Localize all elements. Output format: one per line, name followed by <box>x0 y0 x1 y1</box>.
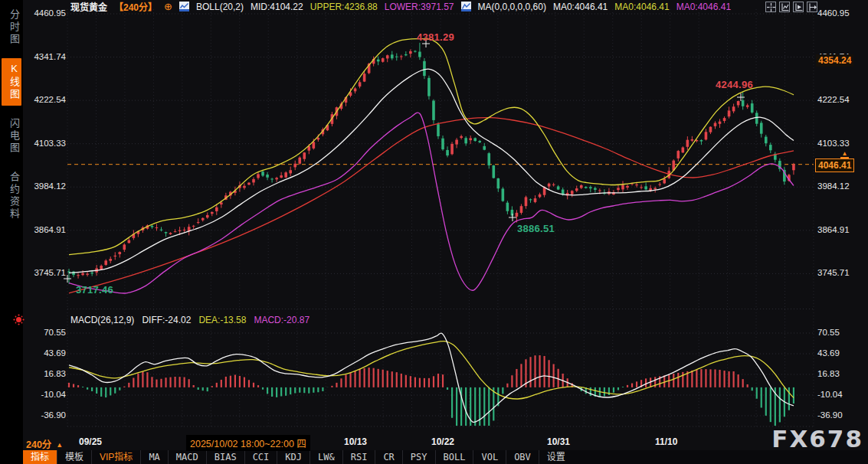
ma-label: MA(0,0,0,0,0,60) <box>478 2 546 12</box>
date-label: 11/10 <box>655 436 677 447</box>
axis-label: -10.04 <box>817 390 866 399</box>
zoom-axis-icon[interactable] <box>779 2 790 12</box>
chart-canvas[interactable] <box>0 0 868 464</box>
axis-label: -36.90 <box>23 410 66 420</box>
sidebar-item[interactable]: K线图 <box>2 58 21 106</box>
period-arrow-icon: ▲ <box>56 441 63 449</box>
low-price-annotation: 3886.51 <box>517 223 555 234</box>
date-label: 10/22 <box>431 436 454 447</box>
axis-label: 4103.33 <box>23 139 66 148</box>
crosshair-icon[interactable] <box>765 2 776 12</box>
symbol-title: 现货黄金 <box>70 0 107 13</box>
ma0-value-1: MA0:4046.41 <box>553 2 608 12</box>
toolbar-item-lw[interactable]: LW& <box>310 450 342 464</box>
ma0-value-3: MA0:4046.41 <box>676 2 731 12</box>
axis-label: 16.83 <box>817 369 866 378</box>
axis-label: 70.55 <box>817 328 866 337</box>
sidebar-item[interactable]: 分时图 <box>2 5 21 51</box>
toolbar-item-模板[interactable]: 模板 <box>57 450 91 464</box>
boll-upper-value: UPPER:4236.88 <box>310 2 378 12</box>
sidebar-item[interactable]: 合约资料 <box>2 167 21 225</box>
axis-label: 70.55 <box>23 328 66 337</box>
boll-mid-value: MID:4104.22 <box>251 2 303 12</box>
trading-app-window: 分时图K线图闪电图合约资料 现货黄金 【240分】 ⊕ BOLL(20,2) M… <box>0 0 868 464</box>
high-price-annotation: 4381.29 <box>417 31 454 43</box>
current-price-badge: 4046.41 <box>815 158 854 172</box>
macd-dea-value: DEA:-13.58 <box>198 315 246 325</box>
axis-label: 3864.91 <box>817 225 866 234</box>
period-selector[interactable]: 240分▲ <box>26 436 63 451</box>
macd-label: MACD(26,12,9) <box>70 315 134 325</box>
axis-label: 16.83 <box>23 369 66 378</box>
macd-diff-value: DIFF:-24.02 <box>142 315 191 325</box>
period-label: 【240分】 <box>114 0 157 13</box>
axis-label: 3864.91 <box>23 225 66 234</box>
toolbar-item-boll[interactable]: BOLL <box>435 450 473 464</box>
indicator-topbar: 现货黄金 【240分】 ⊕ BOLL(20,2) MID:4104.22 UPP… <box>70 1 731 12</box>
axis-label: 3984.12 <box>23 181 66 191</box>
date-label: 09/25 <box>79 436 102 447</box>
toolbar-item-macd[interactable]: MACD <box>168 450 206 464</box>
high-price-annotation: 4244.96 <box>716 79 753 90</box>
axis-label: 4460.95 <box>817 8 866 18</box>
axis-label: 4222.54 <box>817 95 866 104</box>
boll-thumbnail-icon <box>179 2 189 11</box>
toolbar-item-cci[interactable]: CCI <box>244 450 277 464</box>
chart-control-buttons <box>765 2 817 12</box>
date-label: 10/31 <box>547 436 570 447</box>
toolbar-item-obv[interactable]: OBV <box>506 450 539 464</box>
add-favorite-icon[interactable]: ⊕ <box>164 2 172 11</box>
axis-label: 43.69 <box>23 348 66 358</box>
ma-thumbnail-icon <box>461 2 471 11</box>
toolbar-item-rsi[interactable]: RSI <box>342 450 375 464</box>
play-axis-icon[interactable] <box>793 2 804 12</box>
macd-macd-value: MACD:-20.87 <box>254 315 310 325</box>
date-label: 10/13 <box>344 436 367 447</box>
toolbar-item-bias[interactable]: BIAS <box>206 450 244 464</box>
alert-price-badge: 4354.24 <box>816 54 853 67</box>
boll-lower-value: LOWER:3971.57 <box>385 2 454 12</box>
axis-label: -36.90 <box>817 410 866 420</box>
axis-label: 3745.71 <box>817 268 866 277</box>
macd-header: MACD(26,12,9) DIFF:-24.02 DEA:-13.58 MAC… <box>70 315 310 325</box>
axis-label: 4460.95 <box>23 8 66 18</box>
ma0-value-2: MA0:4046.41 <box>614 2 669 12</box>
toolbar-item-vol[interactable]: VOL <box>473 450 506 464</box>
axis-label: -10.04 <box>23 390 66 399</box>
axis-label: 43.69 <box>817 348 866 358</box>
axis-label: 4103.33 <box>817 139 866 148</box>
price-alert-icon[interactable]: ▲ <box>840 151 849 158</box>
axis-label: 3984.12 <box>817 181 866 191</box>
toolbar-item-设置[interactable]: 设置 <box>539 450 573 464</box>
record-dot-icon[interactable] <box>16 317 21 322</box>
boll-label: BOLL(20,2) <box>196 2 244 12</box>
low-price-annotation: 3717.46 <box>76 284 113 296</box>
indicator-toolbar: 指标模板VIP指标MAMACDBIASCCIKDJLW&RSICRPSYBOLL… <box>23 450 868 464</box>
axis-label: 3745.71 <box>23 268 66 277</box>
watermark-logo: FX678 <box>771 425 863 453</box>
pan-right-icon[interactable] <box>807 2 817 12</box>
toolbar-item-vip指标[interactable]: VIP指标 <box>91 450 140 464</box>
toolbar-item-psy[interactable]: PSY <box>402 450 435 464</box>
toolbar-item-cr[interactable]: CR <box>375 450 401 464</box>
toolbar-item-ma[interactable]: MA <box>140 450 167 464</box>
toolbar-item-kdj[interactable]: KDJ <box>277 450 310 464</box>
date-range-tooltip: 2025/10/02 18:00~22:00 四 <box>186 435 310 451</box>
left-sidebar: 分时图K线图闪电图合约资料 <box>0 0 23 464</box>
axis-label: 4222.54 <box>23 95 66 104</box>
sidebar-item[interactable]: 闪电图 <box>2 113 21 159</box>
axis-label: 4341.74 <box>23 52 66 61</box>
toolbar-item-指标[interactable]: 指标 <box>23 450 57 464</box>
